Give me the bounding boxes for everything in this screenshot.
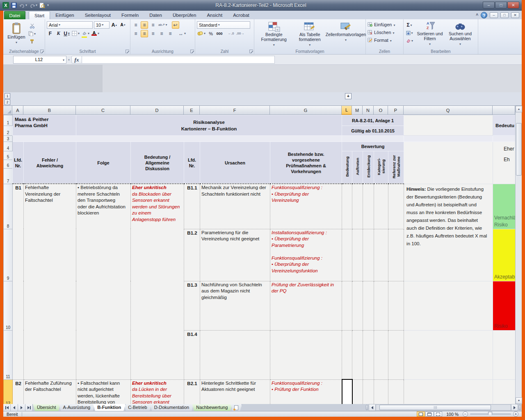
- cell-o11[interactable]: [374, 330, 388, 379]
- italic-button[interactable]: K: [55, 30, 62, 37]
- cell-l11[interactable]: [342, 330, 352, 379]
- view-page-break-button[interactable]: [434, 411, 442, 417]
- view-page-layout-button[interactable]: [425, 411, 434, 417]
- cell-o10[interactable]: [374, 281, 388, 330]
- cell-n8[interactable]: [363, 184, 374, 229]
- workbook-restore-button[interactable]: □: [500, 12, 509, 18]
- increase-decimal-button[interactable]: ←,0: [227, 30, 235, 37]
- paste-dropdown-icon[interactable]: [16, 39, 17, 44]
- cell-valid-from[interactable]: Gültig ab 01.10.2015: [342, 126, 404, 136]
- alignment-dialog-launcher[interactable]: [190, 50, 194, 53]
- scroll-right-button[interactable]: [511, 404, 518, 411]
- scroll-down-button[interactable]: ▼: [516, 397, 522, 404]
- cell-p12[interactable]: [388, 379, 404, 404]
- scroll-up-button[interactable]: ▲: [516, 106, 522, 112]
- header-ursachen[interactable]: Ursachen: [200, 142, 270, 184]
- col-header-r-partial[interactable]: [493, 106, 515, 115]
- cell-row3-left[interactable]: [13, 136, 342, 142]
- row-header-5[interactable]: 5: [4, 151, 13, 160]
- sheet-tab-c-betrieb[interactable]: C-Betrieb: [124, 404, 151, 411]
- header-v-bedeutung[interactable]: Bedeutung: [342, 151, 352, 184]
- percent-style-button[interactable]: %: [207, 30, 215, 37]
- redo-button[interactable]: ▾: [29, 3, 37, 8]
- header-v-auftreten[interactable]: Auftreten: [352, 151, 363, 184]
- undo-dropdown-icon[interactable]: ▾: [25, 3, 27, 7]
- window-maximize-button[interactable]: □: [495, 2, 507, 9]
- fill-color-button[interactable]: [81, 30, 90, 37]
- view-normal-button[interactable]: [417, 411, 425, 417]
- autosum-button[interactable]: Σ: [405, 21, 413, 29]
- row-header-7[interactable]: 7: [4, 169, 13, 184]
- tab-ansicht[interactable]: Ansicht: [201, 11, 228, 19]
- name-box-dropdown-icon[interactable]: [63, 57, 64, 62]
- fill-button[interactable]: [405, 29, 413, 37]
- formula-input[interactable]: [82, 56, 275, 64]
- header-folge[interactable]: Folge: [76, 142, 131, 184]
- sheet-tab-uebersicht[interactable]: Übersicht: [33, 404, 60, 411]
- row-header-3[interactable]: 3: [4, 136, 13, 142]
- format-cells-button[interactable]: Format: [368, 36, 402, 44]
- cell-n10[interactable]: [363, 281, 374, 330]
- conditional-formatting-button[interactable]: < Bedingte Formatierung: [256, 21, 292, 48]
- cell-row3-mid[interactable]: [342, 136, 404, 142]
- zoom-slider[interactable]: [470, 413, 511, 415]
- cell-o9[interactable]: [374, 229, 388, 281]
- copy-button[interactable]: [28, 30, 36, 37]
- align-middle-button[interactable]: ≡: [141, 21, 148, 29]
- horizontal-scrollbar[interactable]: [376, 404, 511, 411]
- col-header-f[interactable]: F: [200, 106, 270, 115]
- workbook-minimize-button[interactable]: –: [490, 12, 498, 18]
- cell-c12[interactable]: • Faltschachtel kann nicht aufgerichtet …: [76, 379, 131, 404]
- underline-button[interactable]: U: [63, 30, 70, 37]
- pane-split-handle[interactable]: [519, 405, 521, 410]
- bold-button[interactable]: F: [47, 30, 54, 37]
- cell-styles-button[interactable]: Zellenformatvorlagen: [328, 21, 364, 48]
- cell-p9[interactable]: [388, 229, 404, 281]
- orientation-button[interactable]: ab↗: [158, 21, 168, 29]
- shrink-font-button[interactable]: A▼: [119, 21, 127, 29]
- cell-risk-green[interactable]: Vernachläs Risiko: [493, 184, 515, 229]
- col-header-m[interactable]: M: [352, 106, 363, 115]
- prev-sheet-button[interactable]: [11, 404, 18, 411]
- align-center-button[interactable]: ≡: [141, 30, 148, 37]
- paste-button[interactable]: Einfügen: [5, 21, 28, 48]
- formula-bar-splitter[interactable]: ●: [66, 56, 71, 64]
- redo-dropdown-icon[interactable]: ▾: [36, 3, 37, 7]
- cell-f8[interactable]: Mechanik zur Vereinzelung der Schachteln…: [200, 184, 270, 229]
- number-dialog-launcher[interactable]: [249, 50, 253, 53]
- accounting-format-button[interactable]: [197, 30, 206, 37]
- format-as-table-button[interactable]: Als Tabelle formatieren: [292, 21, 328, 48]
- col-header-a[interactable]: A: [12, 106, 23, 115]
- cell-sheet-title[interactable]: Risikoanalyse Kartonierer – B-Funktion: [76, 115, 342, 136]
- cell-q1[interactable]: [404, 115, 493, 136]
- wrap-text-button[interactable]: ↩: [172, 21, 179, 29]
- row-header-8[interactable]: 8: [4, 184, 13, 229]
- vertical-scrollbar[interactable]: ▲ ▼: [515, 106, 522, 404]
- outline-level-1-button[interactable]: 1: [5, 93, 10, 99]
- scroll-left-button[interactable]: [369, 404, 376, 411]
- comma-style-button[interactable]: 000: [216, 30, 223, 37]
- col-header-e[interactable]: E: [184, 106, 200, 115]
- cell-g10[interactable]: Prüfung der Zuverlässigkeit in der PQ: [270, 281, 342, 330]
- cell-q8-hinweis[interactable]: Hinweis: Die vorliegende Einstufung der …: [404, 184, 493, 281]
- window-minimize-button[interactable]: –: [483, 2, 495, 9]
- cell-e11-b14[interactable]: B1.4: [184, 330, 200, 379]
- tab-formeln[interactable]: Formeln: [116, 11, 144, 19]
- cell-q4-7[interactable]: [404, 142, 493, 184]
- row-header-1[interactable]: 1: [4, 115, 13, 126]
- cell-e8-b11[interactable]: B1.1: [184, 184, 200, 229]
- cell-f11[interactable]: [200, 330, 270, 379]
- tab-datei[interactable]: Datei: [4, 11, 25, 19]
- row-header-2[interactable]: 2: [4, 126, 13, 136]
- align-left-button[interactable]: ≡: [132, 30, 139, 37]
- cell-f10[interactable]: Nachführung von Schachteln aus dem Magaz…: [200, 281, 270, 330]
- first-sheet-button[interactable]: [3, 404, 11, 411]
- cell-o12[interactable]: [374, 379, 388, 404]
- tab-ueberpruefen[interactable]: Überprüfen: [167, 11, 202, 19]
- insert-worksheet-button[interactable]: [231, 404, 242, 411]
- qat-customize-icon[interactable]: ▾: [47, 3, 49, 7]
- cell-g12[interactable]: Funktionsqualifizierung : • Prüfung der …: [270, 379, 342, 404]
- cell-q12[interactable]: [404, 379, 493, 404]
- tab-seitenlayout[interactable]: Seitenlayout: [80, 11, 116, 19]
- cell-bedeutung-partial[interactable]: Bedeutu: [493, 115, 515, 136]
